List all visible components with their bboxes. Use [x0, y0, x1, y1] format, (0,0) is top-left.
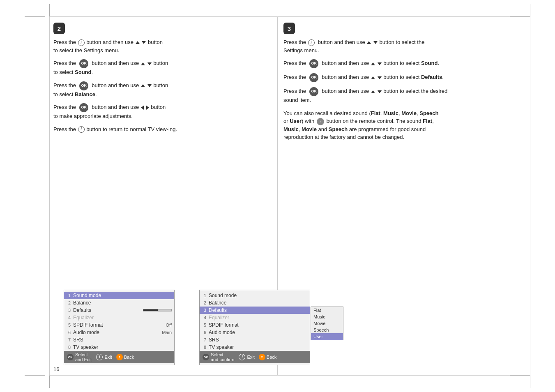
corner-dash [49, 376, 50, 388]
menu-row-7-right: 7 SRS [200, 336, 310, 344]
i-icon-small: i [239, 354, 245, 360]
up-arrow-icon [371, 76, 375, 79]
page-border-bottom [49, 375, 530, 376]
corner-dash [49, 4, 50, 16]
menu-label: Equalizer [72, 315, 174, 321]
exit-item: i Exit [96, 354, 112, 360]
menu-row-1-right: 1 Sound mode [200, 292, 310, 299]
menu-label: Sound mode [208, 293, 310, 298]
up-arrow-icon [367, 41, 371, 44]
menu-row-4-left: 4 Equalizer [64, 314, 174, 321]
menu-row-8-left: 8 TV speaker [64, 344, 174, 351]
down-arrow-icon [142, 41, 146, 44]
back-icon: 2 [116, 354, 123, 360]
menu-label: Defaults [208, 307, 310, 313]
menu-num: 3 [200, 308, 208, 313]
corner-dash [530, 376, 530, 388]
select-item: OK Selectand Edit [67, 352, 92, 362]
menu-label: TV speaker [208, 344, 310, 350]
menu-label: Equalizer [208, 315, 310, 321]
menu-label: Balance [72, 300, 174, 306]
menu-label: Audio mode [72, 330, 162, 335]
select-confirm-label: Selectand confirm [211, 352, 234, 362]
select-label: Selectand Edit [75, 352, 92, 362]
step3-para4: Press the OK button and then use button … [283, 87, 526, 104]
step2-para4: Press the OK button and then use buttont… [53, 103, 271, 120]
corner-dash [25, 375, 45, 376]
menu-num: 7 [200, 337, 208, 342]
step3-badge: 3 [283, 23, 295, 34]
ok-icon: OK [309, 59, 318, 68]
menu-row-3-right: 3 Defaults Flat Music Movie Speech User [200, 307, 310, 314]
menu-value: Main [162, 330, 174, 335]
down-arrow-icon [378, 62, 382, 65]
back-label: Back [267, 355, 276, 360]
menu-row-6-right: 6 Audio mode [200, 329, 310, 336]
menu-box-left: 1 Sound mode 2 Balance 3 Defaults 4 Equa… [64, 290, 175, 365]
menu-num: 6 [200, 330, 208, 335]
step3-para2: Press the OK button and then use button … [283, 59, 526, 68]
menu-label: SRS [72, 337, 174, 343]
page-number: 16 [53, 366, 59, 372]
ok-icon: OK [79, 81, 88, 90]
down-arrow-icon [378, 76, 382, 79]
dropdown-item-speech: Speech [311, 327, 343, 333]
menu-left: 1 Sound mode 2 Balance 3 Defaults 4 Equa… [64, 290, 175, 365]
select-item: OK Selectand confirm [202, 352, 234, 362]
ok-icon: OK [79, 59, 88, 68]
step3-panel: 3 Press the i button and then use button… [283, 23, 526, 146]
page-border-right [530, 16, 530, 376]
step2-para3: Press the OK button and then use buttont… [53, 81, 271, 99]
menu-label: Sound mode [72, 293, 174, 298]
menu-num: 1 [200, 293, 208, 298]
dropdown-item-music: Music [311, 314, 343, 320]
up-arrow-icon [141, 84, 145, 87]
exit-label: Exit [247, 355, 254, 360]
menu-num: 3 [64, 308, 72, 313]
menu-label: SRS [208, 337, 310, 343]
corner-dash [25, 16, 45, 17]
back-item: 2 Back [259, 354, 276, 360]
menu-num: 7 [64, 337, 72, 342]
i-icon: i [308, 39, 315, 46]
i-icon-small: i [96, 354, 103, 360]
back-item: 2 Back [116, 354, 134, 360]
menu-box-right: 1 Sound mode 2 Balance 3 Defaults Flat M… [199, 290, 310, 365]
menu-row-5-right: 5 SPDIF format [200, 321, 310, 329]
up-arrow-icon [371, 90, 375, 93]
i-icon: i [78, 126, 85, 133]
down-arrow-icon [147, 84, 152, 87]
progress-bar [143, 309, 174, 311]
dropdown-popup: Flat Music Movie Speech User [311, 307, 343, 340]
ok-icon-small: OK [67, 354, 74, 360]
menu-num: 4 [64, 315, 72, 320]
back-icon: 2 [259, 354, 265, 360]
menu-row-5-left: 5 SPDIF format Off [64, 321, 174, 329]
ok-icon: OK [309, 87, 318, 96]
menu-row-1-left: 1 Sound mode [64, 292, 174, 299]
menu-label: SPDIF format [208, 322, 310, 328]
exit-item: i Exit [238, 354, 254, 360]
menu-row-2-right: 2 Balance [200, 299, 310, 307]
dropdown-item-movie: Movie [311, 320, 343, 327]
step2-panel: 2 Press the i button and then use button… [53, 23, 271, 138]
step2-badge: 2 [53, 23, 65, 34]
step2-para1: Press the i button and then use buttonto… [53, 38, 271, 54]
back-label: Back [124, 355, 134, 360]
down-arrow-icon [147, 62, 152, 65]
dropdown-item-flat: Flat [311, 307, 343, 314]
left-arrow-icon [141, 106, 144, 110]
menu-num: 4 [200, 315, 208, 320]
ok-icon: OK [309, 73, 318, 82]
bottom-section: 1 Sound mode 2 Balance 3 Defaults 4 Equa… [64, 290, 522, 365]
right-arrow-icon [146, 106, 149, 110]
menu-row-8-right: 8 TV speaker [200, 344, 310, 351]
dropdown-item-user: User [311, 333, 343, 340]
menu-bottom-left: OK Selectand Edit i Exit 2 Back [64, 351, 174, 363]
menu-value: Off [166, 323, 174, 327]
ok-icon: OK [79, 103, 88, 112]
page-border-top [49, 16, 530, 17]
menu-label: SPDIF format [72, 322, 166, 328]
menu-num: 5 [200, 323, 208, 327]
exit-label: Exit [104, 355, 112, 360]
